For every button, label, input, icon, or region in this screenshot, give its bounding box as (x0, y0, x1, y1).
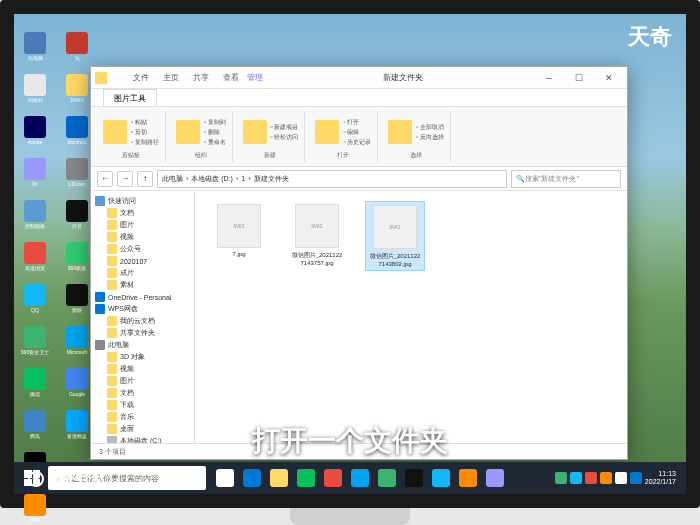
tree-item[interactable]: 桌面 (93, 423, 192, 435)
breadcrumb-item[interactable]: 本地磁盘 (D:) (191, 174, 233, 184)
taskbar-app[interactable] (482, 465, 508, 491)
tree-item[interactable]: WPS网盘 (93, 303, 192, 315)
desktop-icon[interactable]: 360安全卫士 (18, 320, 52, 360)
tray-icon[interactable] (585, 472, 597, 484)
desktop-icon[interactable]: QQ (18, 278, 52, 318)
desktop-icon[interactable]: 腾讯 (18, 404, 52, 444)
ribbon-item[interactable]: ▫ 反向选择 (416, 133, 444, 142)
ribbon-item[interactable]: ▫ 粘贴 (131, 118, 159, 127)
menu-item[interactable]: 共享 (193, 72, 209, 83)
address-bar[interactable]: 此电脑 › 本地磁盘 (D:) › 1 › 新建文件夹 (157, 170, 507, 188)
tree-item[interactable]: 文档 (93, 387, 192, 399)
tree-item[interactable]: 2020107 (93, 255, 192, 267)
ribbon-item[interactable]: ▫ 轻松访问 (271, 133, 299, 142)
file-item[interactable]: IMG微信图片_20211227143757.jpg (287, 201, 347, 269)
taskbar-app[interactable] (212, 465, 238, 491)
file-item[interactable]: IMG7.jpg (209, 201, 269, 260)
tray-icon[interactable] (615, 472, 627, 484)
minimize-button[interactable]: ─ (535, 69, 563, 87)
tree-item[interactable]: 视频 (93, 363, 192, 375)
taskbar-app[interactable] (239, 465, 265, 491)
menu-item[interactable]: 查看 (223, 72, 239, 83)
taskbar-app[interactable] (401, 465, 427, 491)
taskbar-app[interactable] (455, 465, 481, 491)
desktop-icon[interactable]: 高速浏览 (18, 236, 52, 276)
tree-item[interactable]: 图片 (93, 219, 192, 231)
desktop-icon[interactable]: Adobe (18, 110, 52, 150)
tool-tab[interactable]: 管理 (239, 72, 271, 83)
desktop-icon[interactable]: 微信 (18, 362, 52, 402)
desktop-icon[interactable]: Microsoft (60, 320, 94, 360)
desktop-icon[interactable]: 360极速 (60, 236, 94, 276)
active-tab[interactable]: 图片工具 (103, 89, 157, 106)
ribbon-icon[interactable] (243, 120, 267, 144)
maximize-button[interactable]: ☐ (565, 69, 593, 87)
breadcrumb-item[interactable]: 1 (241, 175, 245, 182)
tray-icon[interactable] (555, 472, 567, 484)
desktop-icon[interactable]: UIDown (60, 152, 94, 192)
tree-item[interactable]: 图片 (93, 375, 192, 387)
desktop-icon[interactable]: 剪映 (60, 278, 94, 318)
breadcrumb-item[interactable]: 新建文件夹 (254, 174, 289, 184)
taskbar-app[interactable] (266, 465, 292, 491)
desktop-icon[interactable]: Pr (18, 152, 52, 192)
desktop-icon[interactable]: 丸 (60, 26, 94, 66)
desktop-icon[interactable]: Google (60, 362, 94, 402)
desktop-icon[interactable]: 百度网盘 (60, 404, 94, 444)
file-list[interactable]: IMG7.jpgIMG微信图片_20211227143757.jpgIMG微信图… (195, 191, 627, 443)
ribbon-item[interactable]: ▫ 全部取消 (416, 123, 444, 132)
desktop-icon[interactable]: Maxthon (60, 110, 94, 150)
forward-button[interactable]: → (117, 171, 133, 187)
ribbon-icon[interactable] (388, 120, 412, 144)
ribbon-icon[interactable] (103, 120, 127, 144)
desktop-icon[interactable]: 控制面板 (18, 194, 52, 234)
search-input[interactable]: 🔍 搜索"新建文件夹" (511, 170, 621, 188)
taskbar-app[interactable] (347, 465, 373, 491)
close-button[interactable]: ✕ (595, 69, 623, 87)
ribbon-item[interactable]: ▫ 删除 (204, 128, 226, 137)
tree-item[interactable]: 音乐 (93, 411, 192, 423)
ribbon-item[interactable]: ▫ 复制路径 (131, 138, 159, 147)
tree-item[interactable]: 本地磁盘 (C:) (93, 435, 192, 443)
tree-item[interactable]: 成片 (93, 267, 192, 279)
ribbon-icon[interactable] (176, 120, 200, 144)
tree-item[interactable]: 视频 (93, 231, 192, 243)
taskbar-app[interactable] (293, 465, 319, 491)
tray-icon[interactable] (570, 472, 582, 484)
menu-item[interactable]: 文件 (133, 72, 149, 83)
tree-item[interactable]: 我的云文档 (93, 315, 192, 327)
tree-item[interactable]: OneDrive - Personal (93, 291, 192, 303)
tree-item[interactable]: 文档 (93, 207, 192, 219)
ribbon-item[interactable]: ▫ 复制到 (204, 118, 226, 127)
tree-item[interactable]: 此电脑 (93, 339, 192, 351)
ribbon-item[interactable]: ▫ 重命名 (204, 138, 226, 147)
taskbar-app[interactable] (320, 465, 346, 491)
tray-icon[interactable] (600, 472, 612, 484)
ribbon-item[interactable]: ▫ 历史记录 (343, 138, 371, 147)
desktop-icon[interactable]: JIANG (60, 68, 94, 108)
tree-item[interactable]: 下载 (93, 399, 192, 411)
breadcrumb-item[interactable]: 此电脑 (162, 174, 183, 184)
tree-item[interactable]: 快速访问 (93, 195, 192, 207)
back-button[interactable]: ← (97, 171, 113, 187)
up-button[interactable]: ↑ (137, 171, 153, 187)
tree-item[interactable]: 共享文件夹 (93, 327, 192, 339)
ribbon-item[interactable]: ▫ 新建项目 (271, 123, 299, 132)
file-item[interactable]: IMG微信图片_20211227143802.jpg (365, 201, 425, 271)
menu-item[interactable]: 主页 (163, 72, 179, 83)
titlebar[interactable]: 文件主页共享查看 管理 新建文件夹 ─ ☐ ✕ (91, 67, 627, 89)
desktop-icon[interactable]: 抖音 (60, 194, 94, 234)
tree-item[interactable]: 公众号 (93, 243, 192, 255)
ribbon-item[interactable]: ▫ 打开 (343, 118, 371, 127)
tree-item[interactable]: 素材 (93, 279, 192, 291)
tree-item[interactable]: 3D 对象 (93, 351, 192, 363)
ribbon-icon[interactable] (315, 120, 339, 144)
taskbar-app[interactable] (428, 465, 454, 491)
desktop-icon[interactable]: 此电脑 (18, 26, 52, 66)
ribbon-item[interactable]: ▫ 编辑 (343, 128, 371, 137)
clock[interactable]: 11:13 2022/1/17 (645, 470, 676, 485)
tray-icon[interactable] (630, 472, 642, 484)
taskbar-app[interactable] (374, 465, 400, 491)
desktop-icon[interactable]: 回收站 (18, 68, 52, 108)
ribbon-item[interactable]: ▫ 剪切 (131, 128, 159, 137)
